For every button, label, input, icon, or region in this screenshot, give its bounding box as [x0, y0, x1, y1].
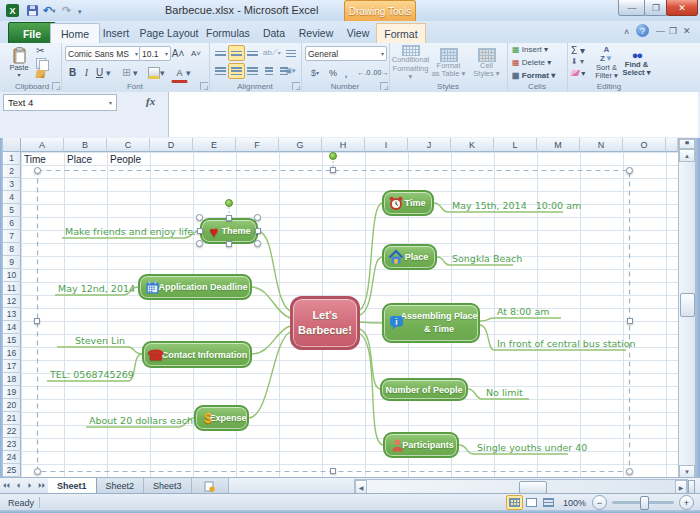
selection-handle-top-left[interactable] — [34, 167, 41, 174]
selection-handle-bottom-center[interactable] — [330, 468, 336, 474]
node-number-of-people-label: Number of People — [385, 385, 462, 395]
theme-handle-mid-left[interactable] — [197, 228, 203, 234]
branch-assembling-time[interactable]: At 8:00 am — [497, 306, 550, 317]
insert-worksheet-icon[interactable] — [192, 478, 229, 494]
zoom-out-icon[interactable]: − — [592, 495, 607, 510]
selection-handle-mid-left[interactable] — [34, 318, 40, 324]
tab-last-icon[interactable]: ⏵⏵ — [35, 478, 48, 494]
dollar-icon: $ — [200, 410, 216, 426]
node-assembling[interactable]: i Assembling Place& Time — [382, 303, 480, 343]
node-time[interactable]: Time — [382, 190, 434, 216]
branch-assembling-place[interactable]: In front of central bus station — [497, 338, 636, 349]
normal-view-button[interactable] — [506, 495, 523, 510]
theme-handle-mid-right[interactable] — [255, 228, 261, 234]
node-place[interactable]: Place — [382, 244, 437, 270]
theme-handle-bottom-center[interactable] — [226, 241, 232, 247]
node-number-of-people[interactable]: Number of People — [380, 378, 468, 401]
selection-handle-bottom-left[interactable] — [34, 468, 41, 475]
vertical-scroll-thumb[interactable] — [680, 293, 695, 317]
sheet-tab-sheet1[interactable]: Sheet1 — [48, 478, 97, 494]
scroll-left-icon[interactable]: ◀ — [355, 480, 367, 494]
node-participants-label: Participants — [402, 440, 454, 450]
selection-handle-mid-right[interactable] — [627, 318, 633, 324]
theme-rotation-handle[interactable] — [225, 199, 233, 207]
node-application-deadline[interactable]: Application Deadline — [138, 274, 252, 300]
status-bar: Ready 100% − + — [0, 493, 700, 511]
tab-first-icon[interactable]: ⏴⏴ — [0, 478, 13, 494]
selection-handle-top-right[interactable] — [626, 167, 633, 174]
calendar-icon — [144, 279, 160, 295]
branch-participants-detail[interactable]: Single youths under 40 — [477, 442, 587, 453]
node-theme-label: Theme — [221, 226, 250, 236]
selection-handle-bottom-right[interactable] — [626, 468, 633, 475]
excel-window: X ↶▾ ↷ ▾ Barbecue.xlsx - Microsoft Excel… — [0, 0, 700, 513]
branch-contact-tel[interactable]: TEL: 0568745269 — [50, 369, 134, 380]
info-icon: i — [388, 315, 404, 331]
node-contact-information-label: Contact Information — [162, 350, 248, 360]
branch-expense-detail[interactable]: About 20 dollars each — [89, 415, 193, 426]
node-contact-information[interactable]: ☎ Contact Information — [142, 341, 252, 368]
node-participants[interactable]: Participants — [383, 432, 459, 458]
selection-handle-top-center[interactable] — [330, 167, 336, 173]
tab-next-icon[interactable]: ⏵ — [24, 478, 35, 494]
branch-theme-detail[interactable]: Make friends and enjoy life. — [65, 226, 196, 237]
branch-application-deadline-detail[interactable]: May 12nd, 2014 — [58, 283, 135, 294]
branch-place-detail[interactable]: Songkla Beach — [452, 253, 522, 264]
page-break-view-button[interactable] — [540, 495, 557, 510]
sheet-tab-bar: ⏴⏴ ⏴ ⏵ ⏵⏵ Sheet1 Sheet2 Sheet3 ◀ ▶ — [0, 477, 700, 494]
scroll-right-icon[interactable]: ▶ — [675, 480, 687, 494]
sheet-tab-sheet3[interactable]: Sheet3 — [144, 478, 192, 494]
branch-time-detail[interactable]: May 15th, 2014 10:00 am — [452, 200, 581, 211]
theme-handle-bottom-right[interactable] — [254, 240, 261, 247]
center-node-label: Let'sBarbecue! — [298, 308, 352, 338]
heart-icon: ♥ — [206, 223, 222, 239]
person-icon — [389, 437, 405, 453]
sheet-tab-sheet2[interactable]: Sheet2 — [97, 478, 145, 494]
node-place-label: Place — [405, 252, 429, 262]
branch-contact-name[interactable]: Steven Lin — [75, 335, 125, 346]
alarm-clock-icon — [388, 195, 404, 211]
branch-number-of-people-detail[interactable]: No limit — [486, 387, 523, 398]
scroll-split-handle[interactable]: ▀ — [679, 139, 695, 149]
mindmap-center-node[interactable]: Let'sBarbecue! — [290, 296, 360, 350]
status-divider — [39, 497, 40, 508]
tab-prev-icon[interactable]: ⏴ — [13, 478, 24, 494]
zoom-in-icon[interactable]: + — [679, 495, 694, 510]
house-icon — [388, 249, 404, 265]
svg-text:i: i — [395, 317, 397, 327]
zoom-slider-thumb[interactable] — [640, 496, 649, 510]
theme-handle-top-center[interactable] — [226, 215, 232, 221]
rotation-handle[interactable] — [329, 152, 337, 160]
zoom-slider[interactable] — [612, 501, 674, 504]
scroll-up-icon[interactable]: ▲ — [679, 149, 695, 162]
page-layout-view-button[interactable] — [523, 495, 540, 510]
node-time-label: Time — [405, 198, 426, 208]
phone-icon: ☎ — [148, 347, 164, 363]
mindmap-connectors — [0, 0, 700, 513]
vertical-scrollbar[interactable]: ▀ ▲ ▼ — [678, 138, 696, 479]
node-expense[interactable]: $ Expense — [194, 405, 249, 431]
node-application-deadline-label: Application Deadline — [158, 282, 247, 292]
theme-handle-top-right[interactable] — [254, 214, 261, 221]
theme-handle-bottom-left[interactable] — [196, 240, 203, 247]
theme-handle-top-left[interactable] — [196, 214, 203, 221]
status-mode: Ready — [8, 498, 34, 508]
zoom-level[interactable]: 100% — [563, 498, 586, 508]
tab-split-handle[interactable] — [688, 480, 695, 494]
node-assembling-label: Assembling Place& Time — [400, 310, 477, 335]
